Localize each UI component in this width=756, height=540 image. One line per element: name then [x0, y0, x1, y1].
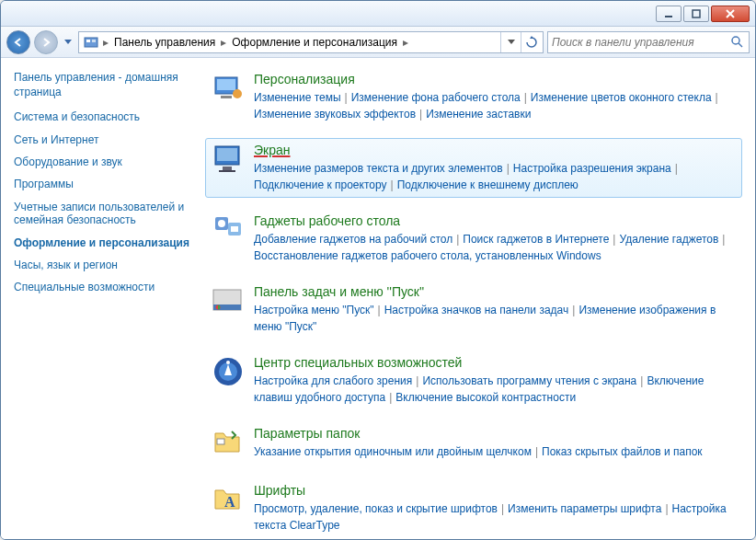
crumb-separator[interactable]: ▸	[101, 36, 110, 49]
task-link[interactable]: Удаление гаджетов	[619, 233, 718, 246]
crumb-separator[interactable]: ▸	[219, 36, 228, 49]
crumb-separator[interactable]: ▸	[401, 36, 410, 49]
task-link[interactable]: Изменение размеров текста и других элеме…	[254, 162, 503, 175]
task-link[interactable]: Изменение темы	[254, 91, 341, 104]
task-row: Настройка для слабого зрения|Использоват…	[254, 373, 738, 406]
svg-rect-0	[665, 16, 672, 17]
category: Центр специальных возможностейНастройка …	[205, 350, 742, 410]
sidebar-item[interactable]: Программы	[14, 178, 194, 190]
task-link[interactable]: Указание открытия одиночным или двойным …	[254, 445, 532, 458]
category-title[interactable]: Гаджеты рабочего стола	[254, 213, 738, 228]
task-row: Указание открытия одиночным или двойным …	[254, 443, 738, 460]
task-separator: |	[389, 391, 392, 404]
task-separator: |	[535, 445, 538, 458]
svg-rect-17	[231, 226, 238, 232]
task-link[interactable]: Настройка разрешения экрана	[513, 162, 671, 175]
task-separator: |	[640, 374, 643, 387]
task-link[interactable]: Изменить параметры шрифта	[508, 502, 661, 515]
category-title[interactable]: Экран	[254, 143, 738, 157]
fonts-icon: A	[210, 483, 246, 520]
task-row: Добавление гаджетов на рабочий стол|Поис…	[254, 231, 738, 264]
category-title[interactable]: Персонализация	[254, 72, 738, 86]
task-link[interactable]: Подключение к внешнему дисплею	[397, 178, 578, 191]
breadcrumb-sub[interactable]: Оформление и персонализация	[228, 32, 401, 52]
svg-rect-8	[221, 96, 232, 98]
close-button[interactable]	[711, 6, 750, 22]
category: Параметры папокУказание открытия одиночн…	[205, 421, 742, 467]
task-row: Изменение размеров текста и других элеме…	[254, 160, 738, 193]
svg-point-16	[218, 220, 225, 227]
task-link[interactable]: Подключение к проектору	[254, 178, 387, 191]
navbar: ▸ Панель управления ▸ Оформление и персо…	[1, 27, 755, 58]
sidebar-home[interactable]: Панель управления - домашняя страница	[14, 71, 194, 99]
svg-rect-25	[217, 439, 224, 444]
minimize-button[interactable]	[656, 6, 682, 22]
task-link[interactable]: Настройка меню "Пуск"	[254, 304, 374, 316]
ease-icon	[210, 355, 246, 392]
address-bar[interactable]: ▸ Панель управления ▸ Оформление и персо…	[78, 31, 544, 53]
task-row: Настройка меню "Пуск"|Настройка значков …	[254, 302, 738, 335]
task-separator: |	[722, 233, 725, 246]
task-separator: |	[613, 233, 615, 246]
task-separator: |	[456, 233, 459, 246]
content: ПерсонализацияИзменение темы|Изменение ф…	[200, 58, 755, 539]
task-link[interactable]: Поиск гаджетов в Интернете	[463, 233, 609, 246]
task-link[interactable]: Использовать программу чтения с экрана	[422, 374, 636, 387]
task-separator: |	[572, 304, 575, 316]
folder-icon	[210, 426, 246, 463]
svg-rect-1	[693, 10, 700, 17]
task-link[interactable]: Настройка для слабого зрения	[254, 374, 412, 387]
sidebar-item[interactable]: Учетные записи пользователей и семейная …	[14, 201, 194, 227]
category: Гаджеты рабочего столаДобавление гаджето…	[205, 209, 742, 269]
category-title[interactable]: Параметры папок	[254, 426, 738, 441]
sidebar-item[interactable]: Специальные возможности	[14, 281, 194, 293]
history-dropdown[interactable]	[62, 33, 74, 52]
back-button[interactable]	[6, 30, 30, 54]
maximize-button[interactable]	[683, 6, 709, 22]
window: ▸ Панель управления ▸ Оформление и персо…	[0, 0, 756, 540]
sidebar-item[interactable]: Оборудование и звук	[14, 155, 194, 168]
category: ПерсонализацияИзменение темы|Изменение ф…	[205, 67, 742, 127]
gadgets-icon	[210, 213, 246, 250]
sidebar-item[interactable]: Часы, язык и регион	[14, 259, 194, 271]
task-separator: |	[378, 304, 381, 316]
task-link[interactable]: Включение высокой контрастности	[395, 391, 576, 404]
forward-button[interactable]	[34, 30, 58, 54]
svg-rect-12	[223, 167, 232, 170]
task-separator: |	[345, 91, 348, 104]
sidebar: Панель управления - домашняя страница Си…	[1, 58, 200, 539]
category-title[interactable]: Шрифты	[254, 483, 738, 498]
category: ЭкранИзменение размеров текста и других …	[205, 138, 742, 198]
svg-rect-11	[217, 148, 237, 161]
task-link[interactable]: Восстановление гаджетов рабочего стола, …	[254, 249, 601, 262]
task-separator: |	[524, 91, 527, 104]
address-dropdown[interactable]	[500, 32, 521, 52]
task-link[interactable]: Настройка значков на панели задач	[384, 304, 569, 316]
task-link[interactable]: Изменение звуковых эффектов	[254, 108, 416, 121]
svg-point-5	[732, 37, 739, 44]
body: Панель управления - домашняя страница Си…	[1, 58, 755, 539]
sidebar-item[interactable]: Сеть и Интернет	[14, 133, 194, 146]
task-link[interactable]: Изменение заставки	[426, 108, 531, 121]
task-row: Изменение темы|Изменение фона рабочего с…	[254, 89, 738, 122]
search-box[interactable]	[547, 31, 750, 53]
task-link[interactable]: Просмотр, удаление, показ и скрытие шриф…	[254, 502, 498, 515]
task-link[interactable]: Изменение фона рабочего стола	[351, 91, 521, 104]
refresh-button[interactable]	[521, 32, 541, 52]
task-row: Просмотр, удаление, показ и скрытие шриф…	[254, 500, 738, 534]
task-separator: |	[675, 162, 678, 175]
task-link[interactable]: Добавление гаджетов на рабочий стол	[254, 233, 452, 246]
breadcrumb-root[interactable]: Панель управления	[110, 32, 219, 52]
task-separator: |	[501, 502, 504, 515]
search-input[interactable]	[552, 36, 730, 49]
category-title[interactable]: Центр специальных возможностей	[254, 355, 738, 370]
task-link[interactable]: Изменение цветов оконного стекла	[531, 91, 712, 104]
task-link[interactable]: Показ скрытых файлов и папок	[542, 445, 703, 458]
task-separator: |	[716, 91, 718, 104]
task-separator: |	[416, 374, 418, 387]
category-title[interactable]: Панель задач и меню ''Пуск''	[254, 284, 738, 299]
category: Панель задач и меню ''Пуск''Настройка ме…	[205, 280, 742, 339]
task-separator: |	[665, 502, 668, 515]
search-icon[interactable]	[730, 35, 745, 50]
sidebar-item[interactable]: Система и безопасность	[14, 110, 194, 123]
